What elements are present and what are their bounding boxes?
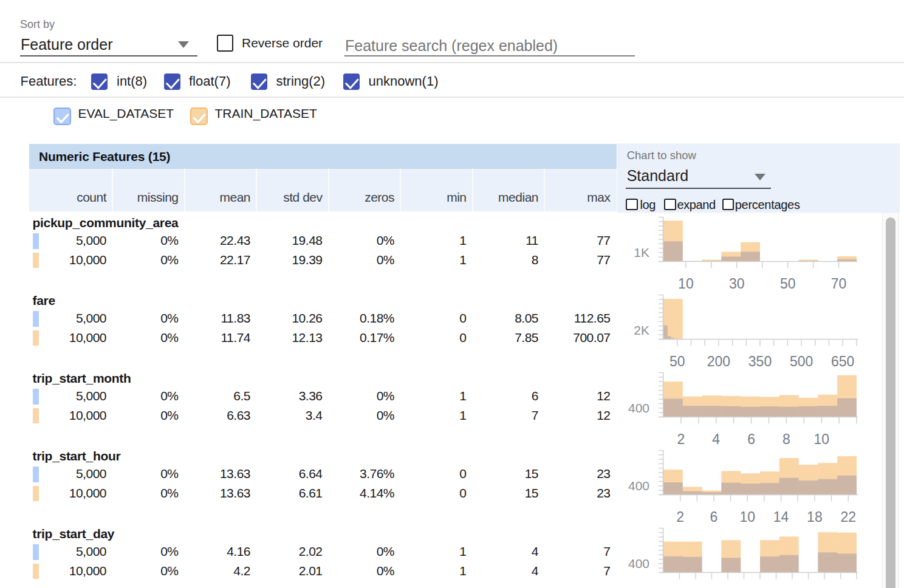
svg-text:400: 400 [628,479,649,493]
svg-text:22: 22 [840,509,856,525]
svg-text:4: 4 [712,431,720,447]
svg-text:2: 2 [677,431,685,447]
svg-text:30: 30 [729,276,745,292]
svg-text:10: 10 [740,509,756,525]
svg-text:50: 50 [669,354,685,369]
svg-text:1K: 1K [634,245,649,259]
svg-text:400: 400 [628,401,649,415]
svg-text:10: 10 [813,431,829,447]
svg-text:6: 6 [710,509,718,525]
svg-text:650: 650 [831,354,854,369]
svg-text:50: 50 [780,276,796,292]
svg-text:200: 200 [707,354,730,369]
svg-text:6: 6 [747,431,755,447]
svg-text:70: 70 [831,276,847,292]
svg-text:500: 500 [790,354,813,369]
svg-text:8: 8 [782,431,790,447]
svg-text:2: 2 [676,509,684,525]
svg-text:350: 350 [748,354,772,369]
svg-text:400: 400 [628,556,649,570]
svg-text:10: 10 [678,276,694,292]
svg-text:18: 18 [807,509,823,525]
svg-text:14: 14 [773,509,789,525]
svg-text:2K: 2K [634,323,649,337]
